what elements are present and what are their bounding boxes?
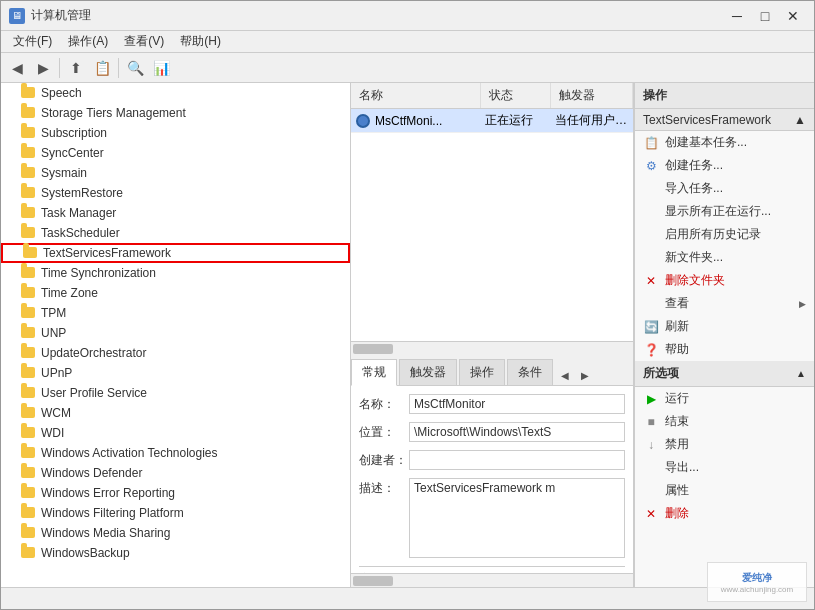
detail-value-location: \Microsoft\Windows\TextS [409,422,625,442]
tree-item-timezone[interactable]: Time Zone [1,283,350,303]
menu-action[interactable]: 操作(A) [60,31,116,52]
folder-icon [21,505,37,521]
folder-icon [23,245,39,261]
folder-icon [21,205,37,221]
detail-label-location: 位置： [359,422,409,441]
detail-value-author [409,450,625,470]
detail-panel: 常规 触发器 操作 条件 ◀ ▶ 名称： MsCtfMonitor 位置： \M… [351,355,633,587]
tree-item-upnp[interactable]: UPnP [1,363,350,383]
col-header-status[interactable]: 状态 [481,83,551,108]
show-hide-button[interactable]: 📋 [90,56,114,80]
tree-item-winactivation[interactable]: Windows Activation Technologies [1,443,350,463]
action-new-folder[interactable]: 新文件夹... [635,246,814,269]
main-window: 🖥 计算机管理 ─ □ ✕ 文件(F) 操作(A) 查看(V) 帮助(H) ◀ … [0,0,815,610]
action-delete-folder[interactable]: ✕ 删除文件夹 [635,269,814,292]
folder-icon [21,485,37,501]
action-enable-history[interactable]: 启用所有历史记录 [635,223,814,246]
tree-item-subscription[interactable]: Subscription [1,123,350,143]
tab-general[interactable]: 常规 [351,359,397,386]
folder-icon [21,145,37,161]
actions-section-header[interactable]: 操作 [635,83,814,109]
tree-item-winfiltering[interactable]: Windows Filtering Platform [1,503,350,523]
tab-actions[interactable]: 操作 [459,359,505,385]
tree-item-winmediasharing[interactable]: Windows Media Sharing [1,523,350,543]
tree-item-storage-tiers[interactable]: Storage Tiers Management [1,103,350,123]
tree-item-updateorchestrator[interactable]: UpdateOrchestrator [1,343,350,363]
center-h-scrollbar[interactable] [351,341,633,355]
menu-file[interactable]: 文件(F) [5,31,60,52]
refresh-icon: 🔄 [643,319,659,335]
tree-item-wcm[interactable]: WCM [1,403,350,423]
folder-icon [21,165,37,181]
menu-help[interactable]: 帮助(H) [172,31,229,52]
properties-button[interactable]: 🔍 [123,56,147,80]
action-end[interactable]: ■ 结束 [635,410,814,433]
tree-item-textservicesframework[interactable]: TextServicesFramework [1,243,350,263]
folder-icon [21,325,37,341]
tree-item-winerrorreporting[interactable]: Windows Error Reporting [1,483,350,503]
tree-item-windowsbackup[interactable]: WindowsBackup [1,543,350,563]
tree-item-timesync[interactable]: Time Synchronization [1,263,350,283]
close-button[interactable]: ✕ [780,5,806,27]
action-properties[interactable]: 属性 [635,479,814,502]
end-icon: ■ [643,414,659,430]
col-header-name[interactable]: 名称 [351,83,481,108]
tree-item-wdi[interactable]: WDI [1,423,350,443]
col-header-trigger[interactable]: 触发器 [551,83,633,108]
tree-item-synccenter[interactable]: SyncCenter [1,143,350,163]
tree-item-speech[interactable]: Speech [1,83,350,103]
detail-value-name: MsCtfMonitor [409,394,625,414]
folder-icon [21,445,37,461]
action-show-running[interactable]: 显示所有正在运行... [635,200,814,223]
action-view[interactable]: 查看 [635,292,814,315]
task-name: MsCtfMoni... [375,114,485,128]
action-delete[interactable]: ✕ 删除 [635,502,814,525]
task-list-header: 名称 状态 触发器 [351,83,633,109]
maximize-button[interactable]: □ [752,5,778,27]
center-scroll-thumb[interactable] [353,344,393,354]
tree-item-unp[interactable]: UNP [1,323,350,343]
minimize-button[interactable]: ─ [724,5,750,27]
task-row[interactable]: MsCtfMoni... 正在运行 当任何用户登... [351,109,633,133]
action-create-task[interactable]: ⚙ 创建任务... [635,154,814,177]
folder-icon [21,265,37,281]
help-button[interactable]: 📊 [149,56,173,80]
folder-icon [21,85,37,101]
tab-arrow-left[interactable]: ◀ [555,366,575,385]
tab-conditions[interactable]: 条件 [507,359,553,385]
action-help[interactable]: ❓ 帮助 [635,338,814,361]
menu-bar: 文件(F) 操作(A) 查看(V) 帮助(H) [1,31,814,53]
tab-triggers[interactable]: 触发器 [399,359,457,385]
up-button[interactable]: ⬆ [64,56,88,80]
selected-section-header[interactable]: 所选项 ▲ [635,361,814,387]
action-refresh[interactable]: 🔄 刷新 [635,315,814,338]
tree-item-userprofileservice[interactable]: User Profile Service [1,383,350,403]
folder-icon [21,305,37,321]
action-run[interactable]: ▶ 运行 [635,387,814,410]
tab-arrow-right[interactable]: ▶ [575,366,595,385]
enable-history-icon [643,227,659,243]
tree-item-tpm[interactable]: TPM [1,303,350,323]
watermark: 爱纯净 www.aichunjing.com [707,562,807,602]
import-task-icon [643,181,659,197]
action-import-task[interactable]: 导入任务... [635,177,814,200]
tree-item-taskmanager[interactable]: Task Manager [1,203,350,223]
detail-label-name: 名称： [359,394,409,413]
folder-icon [21,125,37,141]
action-export[interactable]: 导出... [635,456,814,479]
folder-icon [21,465,37,481]
menu-view[interactable]: 查看(V) [116,31,172,52]
forward-button[interactable]: ▶ [31,56,55,80]
detail-scroll-thumb[interactable] [353,576,393,586]
tree-item-sysmain[interactable]: Sysmain [1,163,350,183]
detail-h-scrollbar[interactable] [351,573,633,587]
tree-item-taskscheduler[interactable]: TaskScheduler [1,223,350,243]
tree-item-systemrestore[interactable]: SystemRestore [1,183,350,203]
action-create-basic-task[interactable]: 📋 创建基本任务... [635,131,814,154]
back-button[interactable]: ◀ [5,56,29,80]
folder-icon [21,525,37,541]
show-running-icon [643,204,659,220]
title-bar: 🖥 计算机管理 ─ □ ✕ [1,1,814,31]
action-disable[interactable]: ↓ 禁用 [635,433,814,456]
tree-item-windefender[interactable]: Windows Defender [1,463,350,483]
